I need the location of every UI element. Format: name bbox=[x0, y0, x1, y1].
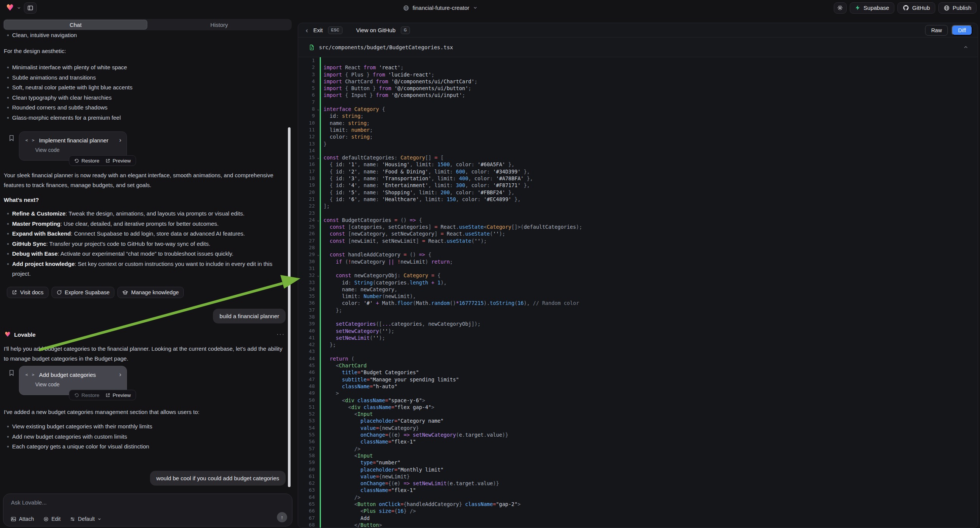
code-text: import { Input } from '@/components/ui/i… bbox=[323, 92, 465, 99]
project-name: financial-future-creator bbox=[412, 5, 469, 11]
next-steps-list: ●Refine & Customize: Tweak the design, a… bbox=[7, 209, 288, 279]
restore-button[interactable]: Restore bbox=[74, 158, 99, 164]
line-number: 11 bbox=[298, 127, 315, 133]
exit-button[interactable]: Exit bbox=[313, 27, 323, 33]
line-number: 49 bbox=[298, 390, 315, 396]
lovable-logo-icon[interactable]: ♥ bbox=[6, 3, 14, 12]
chat-input[interactable] bbox=[11, 499, 238, 511]
code-line: 54 value={newCategory} bbox=[298, 425, 978, 431]
line-number: 28 bbox=[298, 244, 315, 251]
line-number: 4 bbox=[298, 78, 315, 85]
view-code-link[interactable]: View code bbox=[19, 378, 127, 388]
bullet-dot: ● bbox=[7, 83, 12, 93]
send-button[interactable]: ↑ bbox=[277, 512, 287, 522]
line-number: 41 bbox=[298, 334, 315, 341]
logo-chevron-down-icon[interactable] bbox=[17, 6, 21, 10]
line-number: 62 bbox=[298, 480, 315, 487]
list-item: ●Minimalist interface with plenty of whi… bbox=[7, 62, 288, 73]
code-line: 8⌄interface Category { bbox=[298, 106, 978, 113]
code-text: setCategories([...categories, newCategor… bbox=[323, 320, 481, 327]
bullet-text: Glass-morphic elements for a premium fee… bbox=[12, 113, 121, 123]
bullet-dot: ● bbox=[7, 239, 12, 249]
code-text: { id: '4', name: 'Entertainment', limit:… bbox=[323, 182, 530, 189]
tab-history[interactable]: History bbox=[147, 20, 291, 30]
raw-toggle-button[interactable]: Raw bbox=[925, 25, 948, 36]
code-area[interactable]: 12import React from 'react';3import { Pl… bbox=[298, 57, 978, 528]
line-number: 63 bbox=[298, 487, 315, 493]
tab-chat[interactable]: Chat bbox=[4, 20, 147, 30]
attach-button[interactable]: Attach bbox=[11, 516, 34, 522]
diff-toggle-button[interactable]: Diff bbox=[951, 25, 972, 36]
line-number: 29 bbox=[298, 251, 315, 258]
panel-left-icon bbox=[27, 5, 33, 11]
line-number: 23 bbox=[298, 210, 315, 217]
line-number: 40 bbox=[298, 328, 315, 334]
preview-button[interactable]: Preview bbox=[105, 393, 131, 398]
mode-select[interactable]: Default bbox=[70, 516, 102, 522]
code-text: /> bbox=[323, 445, 361, 452]
back-chevron-icon[interactable]: ‹ bbox=[306, 27, 308, 34]
line-number: 9 bbox=[298, 113, 315, 119]
restore-icon bbox=[74, 158, 79, 163]
bullet-text: Minimalist interface with plenty of whit… bbox=[12, 62, 127, 73]
code-line: 21 { id: '6', name: 'Healthcare', limit:… bbox=[298, 196, 978, 203]
code-text: onChange={(e) => setNewLimit(e.target.va… bbox=[323, 480, 499, 487]
code-line: 7 bbox=[298, 99, 978, 106]
design-intro: For the design aesthetic: bbox=[4, 46, 286, 56]
restore-button[interactable]: Restore bbox=[74, 393, 99, 398]
line-number: 18 bbox=[298, 175, 315, 182]
chat-scrollbar[interactable] bbox=[288, 127, 291, 487]
line-number: 8 bbox=[298, 106, 315, 113]
card-title: Add budget categories bbox=[39, 372, 116, 378]
manage-knowledge-button[interactable]: Manage knowledge bbox=[118, 287, 184, 298]
line-number: 24 bbox=[298, 217, 315, 223]
list-item: ●Rounded corners and subtle shadows bbox=[7, 103, 288, 113]
esc-key-badge: ESC bbox=[328, 27, 342, 34]
view-on-github-link[interactable]: View on GitHub bbox=[356, 27, 396, 33]
project-selector[interactable]: financial-future-creator bbox=[403, 0, 478, 16]
supabase-label: Supabase bbox=[864, 5, 889, 11]
explore-supabase-button[interactable]: Explore Supabase bbox=[51, 287, 115, 298]
line-number: 26 bbox=[298, 230, 315, 237]
preview-button[interactable]: Preview bbox=[105, 158, 131, 164]
summary-paragraph: Your sleek financial planner is now read… bbox=[4, 170, 286, 190]
publish-button[interactable]: Publish bbox=[938, 2, 977, 14]
sidebar-toggle-button[interactable] bbox=[24, 2, 37, 14]
code-line: 22]; bbox=[298, 203, 978, 210]
line-number: 7 bbox=[298, 99, 315, 106]
bullet-dot: ● bbox=[7, 249, 12, 259]
line-number: 33 bbox=[298, 279, 315, 286]
bullet-bold: Expand with Backend bbox=[12, 230, 71, 237]
code-line: 37 }; bbox=[298, 307, 978, 313]
collapse-chevron-icon[interactable] bbox=[963, 44, 969, 50]
line-number: 27 bbox=[298, 237, 315, 244]
github-button[interactable]: GitHub bbox=[897, 2, 935, 14]
line-number: 64 bbox=[298, 494, 315, 501]
line-number: 66 bbox=[298, 507, 315, 514]
file-bar[interactable]: src/components/budget/BudgetCategories.t… bbox=[298, 38, 978, 57]
list-item: ●Add new budget categories with custom l… bbox=[7, 432, 288, 442]
card-actions: Restore Preview bbox=[69, 155, 136, 166]
view-code-link[interactable]: View code bbox=[19, 143, 127, 153]
code-text: className="flex-1" bbox=[323, 438, 416, 445]
line-number: 20 bbox=[298, 189, 315, 196]
bookmark-icon[interactable] bbox=[9, 134, 14, 142]
visit-docs-button[interactable]: Visit docs bbox=[7, 287, 48, 298]
message-more-icon[interactable]: ··· bbox=[277, 331, 285, 338]
code-text: const defaultCategories: Category[] = [ bbox=[323, 154, 444, 161]
code-line: 27 const [newLimit, setNewLimit] = React… bbox=[298, 237, 978, 244]
supabase-button[interactable]: Supabase bbox=[850, 2, 895, 14]
edit-button[interactable]: Edit bbox=[43, 516, 60, 522]
settings-button[interactable] bbox=[834, 2, 846, 14]
code-text: color: string; bbox=[323, 133, 373, 140]
code-text: color: '#' + Math.floor(Math.random()*16… bbox=[323, 300, 579, 307]
code-line: 58 <Input bbox=[298, 452, 978, 459]
bookmark-icon[interactable] bbox=[9, 369, 14, 377]
code-line: 64 /> bbox=[298, 494, 978, 501]
chevron-right-icon: › bbox=[119, 137, 121, 143]
code-text: name: newCategory, bbox=[323, 286, 398, 293]
code-line: 61 value={newLimit} bbox=[298, 473, 978, 480]
line-number: 19 bbox=[298, 182, 315, 189]
code-line: 24⌄const BudgetCategories = () => { bbox=[298, 217, 978, 223]
globe-icon bbox=[403, 5, 409, 11]
